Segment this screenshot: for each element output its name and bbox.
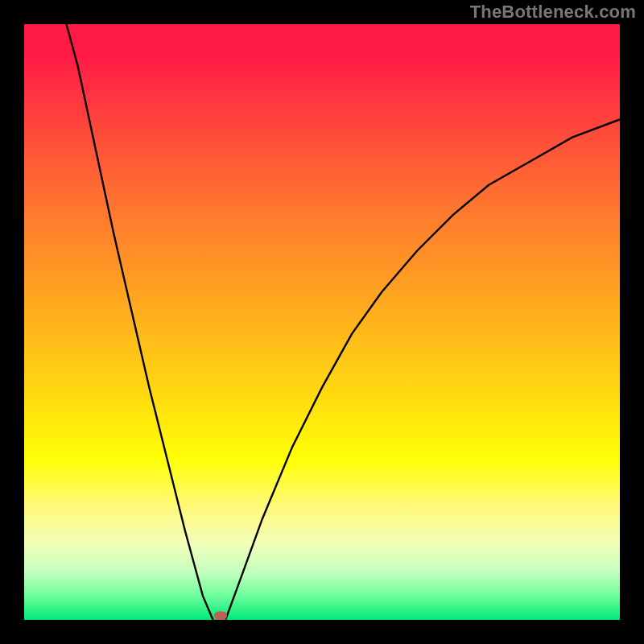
curve-right-branch xyxy=(225,119,620,620)
chart-frame: TheBottleneck.com xyxy=(0,0,644,644)
bottleneck-curve xyxy=(24,24,620,620)
curve-left-branch xyxy=(60,24,213,620)
watermark-text: TheBottleneck.com xyxy=(470,2,636,23)
plot-area xyxy=(24,24,620,620)
minimum-marker xyxy=(214,611,227,620)
